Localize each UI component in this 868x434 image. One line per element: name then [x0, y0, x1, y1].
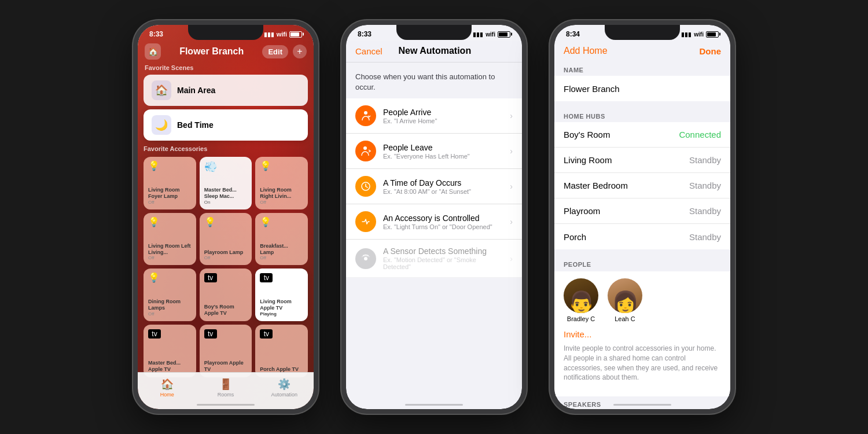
wifi-icon: wifi [277, 31, 287, 38]
living-foyer-card[interactable]: 💡 Living Room Foyer Lamp Off [144, 157, 196, 209]
home-icon-btn[interactable]: 🏠 [145, 43, 161, 60]
phone1-notch [188, 25, 263, 40]
time-of-day-chevron: › [510, 182, 513, 191]
people-arrive-subtitle: Ex. "I Arrive Home" [383, 117, 503, 124]
time-of-day-row[interactable]: A Time of Day Occurs Ex. "At 8:00 AM" or… [346, 169, 522, 204]
master-bed-status: On [204, 200, 248, 205]
phone1-time: 8:33 [149, 30, 163, 38]
boys-room-tv-icon: tv [204, 273, 217, 282]
master-bed-tv-icon: tv [148, 329, 161, 339]
people-row: Bradley C Leah C [564, 278, 721, 322]
living-foyer-status: Off [148, 200, 192, 205]
living-room-hub-label: Living Room [564, 155, 689, 165]
tab-bar: 🏠 Home 🚪 Rooms ⚙️ Automation [138, 372, 314, 409]
phone2-notch [396, 25, 472, 40]
living-foyer-name: Living Room Foyer Lamp [148, 187, 192, 200]
battery-icon [289, 31, 302, 38]
people-leave-row[interactable]: People Leave Ex. "Everyone Has Left Home… [346, 134, 522, 169]
people-leave-icon [355, 141, 376, 161]
phone2-time: 8:33 [358, 30, 372, 38]
svg-point-1 [363, 146, 367, 150]
sensor-detects-title: A Sensor Detects Something [383, 247, 503, 256]
master-bedroom-hub-row: Master Bedroom Standby [554, 173, 730, 198]
porch-tv-card[interactable]: tv Porch Apple TV [255, 325, 308, 377]
playroom-lamp-name: Playroom Lamp [204, 249, 248, 256]
playroom-hub-status: Standby [689, 206, 721, 216]
people-section: PEOPLE Bradley C Leah C Invite... Invite… [554, 256, 730, 396]
phone2-frame: 8:33 ▮▮▮ wifi Cancel New Automation Choo… [341, 20, 527, 414]
name-row [554, 76, 730, 101]
living-left-card[interactable]: 💡 Living Room Left Living... Off [144, 213, 196, 266]
scenes-container: 🏠 Main Area 🌙 Bed Time [138, 72, 314, 143]
automation-header: Cancel New Automation [346, 41, 522, 62]
home-title: Flower Branch [165, 46, 258, 57]
main-area-scene[interactable]: 🏠 Main Area [144, 75, 308, 106]
living-room-tv-status: Playing [260, 311, 303, 317]
bradley-name: Bradley C [567, 315, 595, 322]
living-right-card[interactable]: 💡 Living Room Right Livin... Off [255, 157, 308, 209]
master-bed-tv-card[interactable]: tv Master Bed... Apple TV [144, 325, 196, 377]
master-bed-tv-name: Master Bed... Apple TV [148, 360, 192, 373]
automation-subtitle: Choose when you want this automation to … [346, 62, 522, 98]
home-tab-icon: 🏠 [161, 378, 174, 391]
living-room-hub-row: Living Room Standby [554, 148, 730, 173]
main-area-icon: 🏠 [152, 80, 171, 100]
automation-title: New Automation [399, 46, 472, 56]
tab-rooms[interactable]: 🚪 Rooms [196, 373, 255, 402]
rooms-tab-icon: 🚪 [219, 378, 232, 391]
dining-lamps-card[interactable]: 💡 Dining Room Lamps Off [144, 269, 196, 321]
playroom-tv-card[interactable]: tv Playroom Apple TV [200, 325, 252, 377]
master-bed-icon: 💨 [204, 161, 248, 172]
add-home-title: Add Home [564, 46, 608, 56]
living-room-tv-card[interactable]: tv Living Room Apple TV Playing [255, 269, 308, 321]
accessories-grid: 💡 Living Room Foyer Lamp Off 💨 Master Be… [144, 155, 308, 380]
living-left-status: Off [148, 255, 192, 260]
name-input[interactable] [564, 84, 721, 94]
svg-point-5 [364, 257, 367, 260]
accessories-section: Favorite Accessories 💡 Living Room Foyer… [138, 143, 314, 380]
breakfast-lamp-card[interactable]: 💡 Breakfast... Lamp Off [255, 213, 308, 266]
breakfast-lamp-name: Breakfast... Lamp [260, 243, 303, 256]
bed-time-name: Bed Time [177, 120, 214, 130]
home-header: 🏠 Flower Branch Edit + [138, 41, 314, 63]
bed-time-scene[interactable]: 🌙 Bed Time [144, 109, 308, 141]
wifi-icon3: wifi [694, 31, 704, 38]
master-bed-name: Master Bed... Sleep Mac... [204, 187, 248, 200]
edit-button[interactable]: Edit [262, 45, 288, 58]
living-room-tv-icon: tv [260, 273, 273, 282]
add-button[interactable]: + [293, 45, 307, 58]
home-hubs-header: HOME HUBS [554, 108, 730, 122]
master-bedroom-hub-status: Standby [689, 181, 721, 190]
done-button[interactable]: Done [700, 46, 722, 56]
boys-room-hub-label: Boy's Room [564, 130, 679, 139]
cancel-button[interactable]: Cancel [355, 46, 382, 56]
phone1-frame: 8:33 ▮▮▮ wifi 🏠 Flower Branch Edit + Fav… [133, 20, 318, 414]
automation-list: People Arrive Ex. "I Arrive Home" › Peop… [346, 98, 522, 278]
speakers-header: SPEAKERS [554, 396, 730, 409]
boys-room-hub-status: Connected [679, 130, 721, 139]
invite-button[interactable]: Invite... [564, 327, 721, 344]
phone3-home-indicator [613, 404, 671, 406]
tab-home[interactable]: 🏠 Home [138, 373, 196, 402]
accessory-controlled-row[interactable]: An Accessory is Controlled Ex. "Light Tu… [346, 204, 522, 240]
boys-room-tv-card[interactable]: tv Boy's Room Apple TV [200, 269, 252, 321]
living-left-name: Living Room Left Living... [148, 243, 192, 256]
playroom-lamp-card[interactable]: 💡 Playroom Lamp Off [200, 213, 252, 266]
people-arrive-row[interactable]: People Arrive Ex. "I Arrive Home" › [346, 98, 522, 134]
living-room-tv-name: Living Room Apple TV [260, 299, 303, 311]
rooms-tab-label: Rooms [218, 392, 234, 398]
living-foyer-icon: 💡 [148, 161, 192, 171]
porch-hub-label: Porch [564, 232, 689, 242]
wifi-icon2: wifi [486, 31, 495, 38]
porch-hub-status: Standby [689, 232, 721, 242]
people-leave-chevron: › [510, 146, 513, 156]
name-card [554, 76, 730, 101]
tab-automation[interactable]: ⚙️ Automation [255, 373, 314, 402]
master-bed-card[interactable]: 💨 Master Bed... Sleep Mac... On [200, 157, 252, 209]
dining-lamps-name: Dining Room Lamps [148, 299, 192, 311]
playroom-tv-icon: tv [204, 329, 217, 339]
playroom-lamp-status: Off [204, 255, 248, 260]
people-section-header: PEOPLE [554, 256, 730, 271]
playroom-hub-label: Playroom [564, 206, 689, 216]
sensor-detects-row: A Sensor Detects Something Ex. "Motion D… [346, 240, 522, 278]
